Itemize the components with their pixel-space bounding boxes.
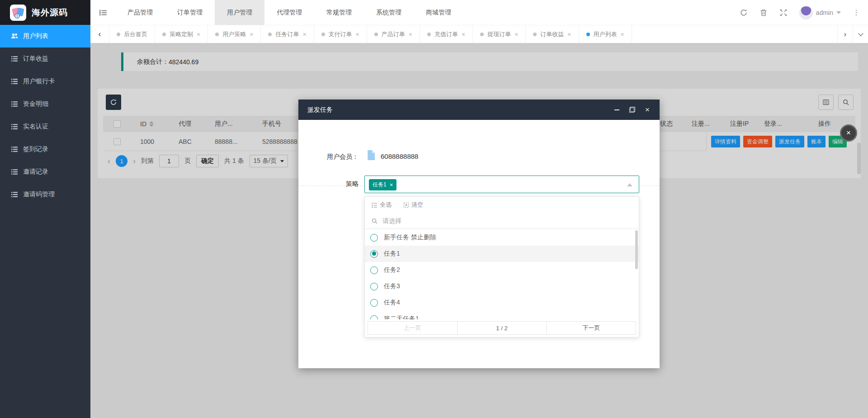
tab-close-icon[interactable] — [250, 31, 253, 38]
brand-icon — [10, 5, 26, 21]
member-value: 6088888888 — [381, 152, 418, 160]
tab-pay-orders[interactable]: 支付订单 — [314, 25, 367, 43]
dropdown-search-input[interactable] — [382, 217, 618, 224]
nav-item-mall[interactable]: 商城管理 — [414, 0, 463, 25]
sidebar-item-label: 用户银行卡 — [23, 77, 55, 86]
tab-dot — [162, 33, 166, 36]
nav-item-agents[interactable]: 代理管理 — [264, 0, 314, 25]
tab-close-icon[interactable] — [621, 31, 624, 38]
option-task-4[interactable]: 任务4 — [365, 294, 639, 311]
sidebar-item-fund-details[interactable]: 资金明细 — [0, 93, 90, 115]
tab-user-strategy[interactable]: 用户策略 — [208, 25, 261, 43]
dropdown-search-row — [365, 213, 639, 229]
tab-close-icon[interactable] — [514, 31, 518, 38]
tab-close-icon[interactable] — [567, 31, 571, 38]
tab-dot — [268, 33, 272, 36]
tab-close-icon[interactable] — [462, 31, 465, 38]
sidebar-item-order-earnings[interactable]: 订单收益 — [0, 48, 90, 70]
list-icon — [11, 191, 18, 198]
sidebar-item-label: 订单收益 — [23, 55, 48, 63]
search-icon — [371, 218, 378, 224]
sidebar-item-real-name[interactable]: 实名认证 — [0, 115, 90, 138]
sidebar-item-checkin-records[interactable]: 签到记录 — [0, 138, 90, 161]
tag-remove-icon[interactable] — [390, 181, 393, 188]
selected-tag: 任务1 — [369, 179, 396, 190]
modal-title-bar: 派发任务 — [298, 100, 660, 120]
sidebar-item-invite-codes[interactable]: 邀请码管理 — [0, 183, 90, 206]
restore-icon[interactable] — [629, 107, 635, 113]
tab-order-earnings[interactable]: 订单收益 — [526, 25, 579, 43]
tab-dot — [321, 33, 325, 36]
tab-recharge-orders[interactable]: 充值订单 — [420, 25, 473, 43]
tabs-scroll-left-icon[interactable]: ‹ — [90, 25, 109, 43]
floating-close-button[interactable] — [840, 124, 857, 142]
avatar[interactable] — [799, 6, 813, 19]
option-day2-task-1[interactable]: 第二天任务1 — [365, 311, 639, 319]
fullscreen-icon[interactable] — [779, 9, 788, 17]
tab-label: 产品订单 — [382, 30, 405, 38]
dropdown-prev-page[interactable]: 上一页 — [368, 322, 457, 334]
clear-control[interactable]: 清空 — [403, 201, 423, 209]
tab-dot — [117, 33, 120, 36]
nav-item-general[interactable]: 常规管理 — [314, 0, 364, 25]
sidebar-item-invite-records[interactable]: 邀请记录 — [0, 161, 90, 183]
trash-icon[interactable] — [760, 9, 768, 17]
dropdown-tools: 全选 清空 — [365, 197, 639, 213]
option-label: 任务1 — [384, 250, 400, 258]
close-icon[interactable] — [644, 107, 651, 113]
top-right-tools: admin ⋮ — [740, 0, 868, 25]
users-icon — [11, 33, 18, 40]
tab-label: 任务订单 — [275, 30, 299, 38]
file-icon[interactable] — [367, 150, 375, 160]
select-all-icon — [371, 202, 377, 208]
minimize-icon[interactable] — [613, 107, 620, 113]
tab-dot — [533, 33, 537, 36]
option-task-3[interactable]: 任务3 — [365, 278, 639, 294]
sidebar-item-label: 邀请码管理 — [23, 190, 55, 199]
dropdown-page-info: 1 / 2 — [457, 322, 547, 334]
option-label: 新手任务 禁止删除 — [384, 233, 436, 242]
selected-tag-label: 任务1 — [373, 181, 387, 189]
tab-user-list[interactable]: 用户列表 — [579, 25, 632, 43]
collapse-sidebar-icon[interactable] — [90, 0, 115, 25]
chevron-down-icon — [836, 11, 841, 14]
select-all-control[interactable]: 全选 — [371, 201, 392, 209]
tabs-scroll-right-icon[interactable]: › — [837, 25, 853, 43]
tab-withdraw-orders[interactable]: 提现订单 — [473, 25, 526, 43]
tab-product-orders[interactable]: 产品订单 — [367, 25, 420, 43]
tabs-menu-icon[interactable] — [853, 25, 868, 43]
nav-item-orders[interactable]: 订单管理 — [165, 0, 215, 25]
dropdown-options: 新手任务 禁止删除 任务1 任务2 任务3 任务4 第二天任务1 — [365, 229, 639, 319]
tab-label: 充值订单 — [434, 30, 458, 38]
tab-dot — [427, 33, 431, 36]
select-all-label: 全选 — [380, 201, 392, 209]
sidebar-item-bank-cards[interactable]: 用户银行卡 — [0, 70, 90, 93]
tab-strategy-custom[interactable]: 策略定制 — [155, 25, 208, 43]
nav-item-system[interactable]: 系统管理 — [364, 0, 414, 25]
dropdown-scrollbar-thumb[interactable] — [635, 230, 638, 269]
page-scrollbar-thumb[interactable] — [857, 142, 861, 174]
dropdown-next-page[interactable]: 下一页 — [546, 322, 636, 334]
sidebar-item-user-list[interactable]: 用户列表 — [0, 25, 90, 48]
nav-item-users[interactable]: 用户管理 — [215, 0, 264, 25]
tab-task-orders[interactable]: 任务订单 — [261, 25, 314, 43]
strategy-multiselect[interactable]: 任务1 — [364, 176, 639, 193]
tab-close-icon[interactable] — [356, 31, 359, 38]
tabs-right-controls: › — [837, 25, 868, 43]
tab-label: 订单收益 — [540, 30, 564, 38]
modal-body: 用户会员： 6088888888 策略 任务1 全选 — [298, 120, 660, 368]
option-task-1[interactable]: 任务1 — [365, 246, 639, 262]
option-task-2[interactable]: 任务2 — [365, 262, 639, 278]
tab-home[interactable]: 后台首页 — [109, 25, 155, 43]
user-menu[interactable]: admin — [799, 6, 841, 19]
tab-close-icon[interactable] — [302, 31, 306, 38]
top-bar: 海外源码 产品管理 订单管理 用户管理 代理管理 常规管理 系统管理 商城管理 … — [0, 0, 868, 25]
tab-close-icon[interactable] — [197, 31, 200, 38]
list-icon — [11, 78, 18, 85]
option-newbie-task[interactable]: 新手任务 禁止删除 — [365, 229, 639, 246]
kebab-menu-icon[interactable]: ⋮ — [853, 8, 860, 17]
refresh-icon[interactable] — [740, 9, 748, 17]
tab-dot — [480, 33, 484, 36]
nav-item-products[interactable]: 产品管理 — [115, 0, 165, 25]
tab-close-icon[interactable] — [409, 31, 412, 38]
